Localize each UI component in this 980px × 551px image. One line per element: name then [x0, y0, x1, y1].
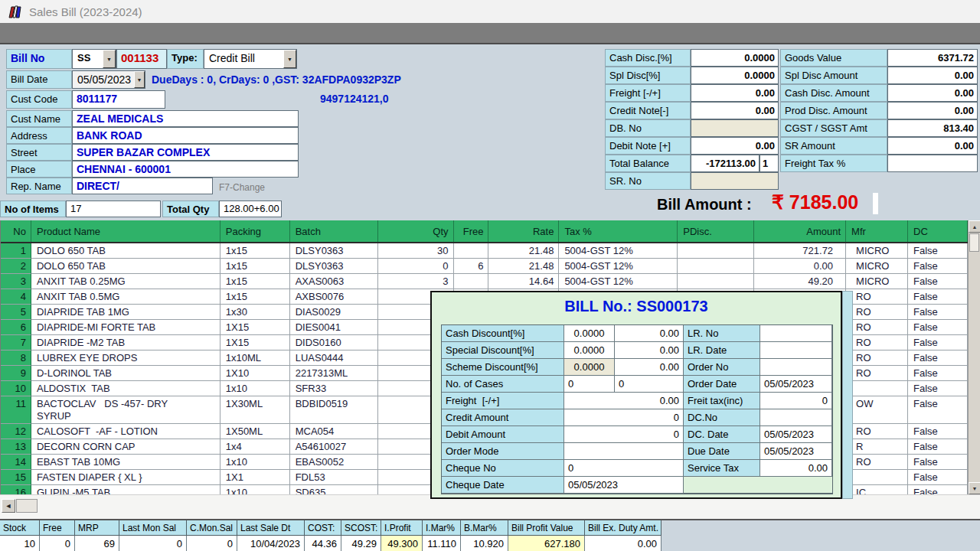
grid-cell[interactable]: 49.20 — [754, 274, 846, 289]
dialog-input[interactable] — [760, 342, 832, 359]
street-field[interactable]: SUPER BAZAR COMPLEX — [72, 144, 299, 161]
summary-value[interactable] — [691, 119, 779, 137]
grid-cell[interactable]: 1X10 — [220, 366, 290, 381]
grid-cell[interactable]: 1x10 — [220, 455, 290, 470]
grid-cell[interactable]: 4 — [1, 289, 31, 305]
grid-cell[interactable]: 8 — [1, 350, 31, 366]
grid-cell[interactable]: RO — [846, 320, 908, 335]
grid-cell[interactable]: 1x15 — [220, 289, 290, 305]
grid-cell[interactable] — [846, 381, 908, 396]
grid-cell[interactable]: 1X15 — [220, 320, 290, 335]
grid-cell[interactable]: 16 — [1, 485, 31, 494]
dialog-input[interactable] — [760, 325, 832, 342]
address-field[interactable]: BANK ROAD — [72, 127, 299, 144]
grid-cell[interactable] — [454, 243, 489, 259]
grid-cell[interactable]: A54610027 — [290, 439, 378, 455]
grid-cell[interactable]: 10 — [1, 381, 31, 396]
dialog-input[interactable]: 0.0000 — [564, 359, 615, 376]
cust-name-field[interactable]: ZEAL MEDICALS — [72, 110, 299, 127]
dialog-input[interactable]: 0 — [564, 376, 615, 393]
dialog-input[interactable] — [564, 443, 684, 460]
grid-cell[interactable]: 1x10ML — [220, 350, 290, 366]
scroll-left-icon[interactable]: ◄ — [2, 499, 15, 513]
grid-cell[interactable]: DIAPRIDE TAB 1MG — [31, 305, 220, 320]
grid-cell[interactable]: DOLO 650 TAB — [31, 259, 220, 274]
grid-cell[interactable]: 5004-GST 12% — [559, 259, 678, 274]
grid-cell[interactable]: False — [908, 305, 968, 320]
scroll-down-icon[interactable]: ▼ — [969, 482, 980, 494]
grid-cell[interactable]: 1 — [1, 243, 31, 259]
grid-cell[interactable]: BDBID0519 — [290, 396, 378, 424]
grid-cell[interactable]: RO — [846, 424, 908, 439]
grid-cell[interactable]: BACTOCLAV DS -457- DRY SYRUP — [31, 396, 220, 424]
grid-cell[interactable]: 3 — [378, 274, 454, 289]
grid-cell[interactable]: 30 — [378, 243, 454, 259]
grid-cell[interactable]: False — [908, 243, 968, 259]
grid-cell[interactable]: 1X30ML — [220, 396, 290, 424]
grid-cell[interactable]: MICRO — [846, 259, 908, 274]
summary-value[interactable]: 0.00 — [887, 84, 978, 102]
chevron-down-icon[interactable]: ▼ — [283, 50, 296, 68]
bill-type-combo[interactable]: Credit Bill ▼ — [204, 49, 297, 69]
chevron-down-icon[interactable]: ▼ — [103, 50, 116, 68]
grid-cell[interactable] — [454, 274, 489, 289]
grid-cell[interactable]: D-LORINOL TAB — [31, 366, 220, 381]
dialog-input[interactable]: 0.00 — [760, 460, 832, 477]
dialog-input[interactable]: 05/05/2023 — [760, 376, 832, 393]
summary-value[interactable] — [887, 155, 978, 172]
grid-cell[interactable]: False — [908, 366, 968, 381]
grid-cell[interactable]: False — [908, 396, 968, 424]
grid-cell[interactable]: 1X1 — [220, 470, 290, 485]
grid-cell[interactable]: RO — [846, 350, 908, 366]
dialog-input[interactable]: 0 — [564, 426, 684, 443]
summary-value[interactable]: 0.00 — [887, 67, 978, 84]
grid-cell[interactable]: MCA054 — [290, 424, 378, 439]
grid-cell[interactable]: DOLO 650 TAB — [31, 243, 220, 259]
bill-no-field[interactable]: 001133 — [116, 49, 167, 69]
grid-cell[interactable]: AXBS0076 — [290, 289, 378, 305]
grid-cell[interactable]: False — [908, 485, 968, 494]
grid-cell[interactable]: EBAST TAB 10MG — [31, 455, 220, 470]
dialog-input[interactable]: 05/05/2023 — [760, 443, 832, 460]
dialog-input[interactable]: 05/05/2023 — [564, 477, 684, 494]
grid-cell[interactable]: RO — [846, 366, 908, 381]
grid-row[interactable]: 3ANXIT TAB 0.25MG1x15AXAS0063314.645004-… — [1, 274, 968, 289]
grid-cell[interactable]: RO — [846, 289, 908, 305]
grid-cell[interactable]: 2217313ML — [290, 366, 378, 381]
grid-cell[interactable]: 1X50ML — [220, 424, 290, 439]
summary-value[interactable]: 6371.72 — [887, 49, 978, 67]
grid-cell[interactable]: 0 — [378, 259, 454, 274]
summary-extra-value[interactable]: 1 — [760, 155, 779, 172]
summary-value[interactable]: 0.00 — [887, 137, 978, 155]
grid-cell[interactable]: 9 — [1, 366, 31, 381]
grid-cell[interactable]: 1x15 — [220, 274, 290, 289]
grid-cell[interactable]: False — [908, 350, 968, 366]
dialog-input[interactable] — [760, 359, 832, 376]
grid-row[interactable]: 1DOLO 650 TAB1x15DLSY03633021.485004-GST… — [1, 243, 968, 259]
grid-cell[interactable]: False — [908, 274, 968, 289]
grid-cell[interactable]: 7 — [1, 335, 31, 350]
grid-cell[interactable]: OW — [846, 396, 908, 424]
vertical-scroll-thumb[interactable] — [969, 233, 979, 252]
place-field[interactable]: CHENNAI - 600001 — [72, 161, 299, 178]
dialog-input[interactable]: 0 — [615, 376, 684, 393]
grid-cell[interactable]: R — [846, 439, 908, 455]
grid-cell[interactable]: False — [908, 259, 968, 274]
cust-code-field[interactable]: 8011177 — [72, 90, 165, 109]
grid-cell[interactable]: RO — [846, 305, 908, 320]
grid-cell[interactable]: 5004-GST 12% — [559, 243, 678, 259]
dialog-input[interactable] — [760, 409, 832, 426]
grid-cell[interactable]: DIES0041 — [290, 320, 378, 335]
grid-cell[interactable]: 13 — [1, 439, 31, 455]
grid-cell[interactable]: 2 — [1, 259, 31, 274]
grid-cell[interactable]: DLSY0363 — [290, 243, 378, 259]
grid-cell[interactable]: 21.48 — [488, 259, 559, 274]
grid-cell[interactable]: 6 — [454, 259, 489, 274]
summary-value[interactable]: 0.00 — [691, 84, 779, 102]
grid-cell[interactable]: False — [908, 424, 968, 439]
grid-cell[interactable]: False — [908, 320, 968, 335]
dialog-input[interactable]: 05/05/2023 — [760, 426, 832, 443]
grid-cell[interactable]: AXAS0063 — [290, 274, 378, 289]
grid-cell[interactable] — [678, 243, 754, 259]
grid-cell[interactable]: 11 — [1, 396, 31, 424]
